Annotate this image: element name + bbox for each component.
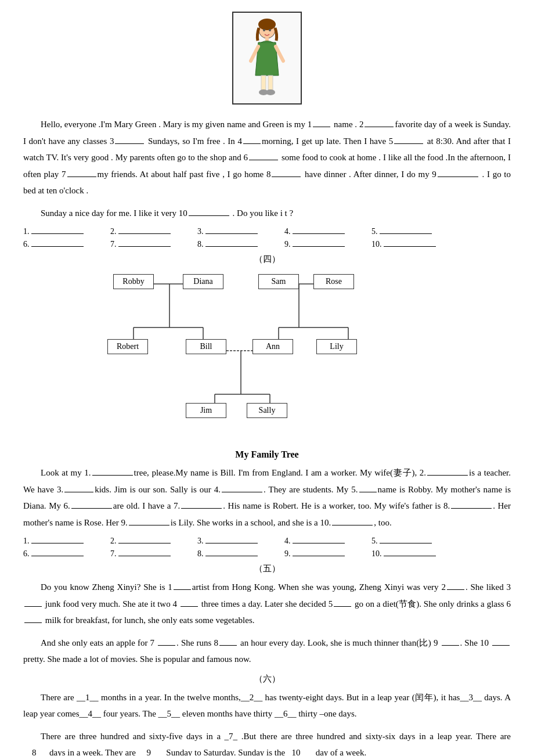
ft-ann: Ann: [252, 339, 293, 354]
blank-4-2: [427, 475, 468, 476]
answer-section3: 1. 2. 3. 4. 5. 6. 7. 8. 9. 10.: [23, 227, 511, 249]
blank-5-4: [181, 606, 198, 607]
blank-5-6: [24, 622, 42, 623]
blank-4-9: [129, 525, 169, 525]
svg-point-3: [269, 29, 271, 31]
ft-sam: Sam: [258, 274, 299, 289]
answer-row2-3: 6. 7. 8. 9. 10.: [23, 240, 511, 249]
girl-illustration: [232, 12, 302, 105]
section4-paragraph: Look at my 1.tree, please.My name is Bil…: [23, 465, 511, 531]
ans3-1: 1.: [23, 227, 104, 236]
blank-3-8: [272, 177, 301, 177]
section5-label: （五）: [23, 563, 511, 574]
blank-5-1: [174, 589, 191, 590]
ans4-1: 1.: [23, 537, 104, 546]
blank-4-3: [64, 492, 93, 492]
blank-3-3: [115, 143, 144, 144]
blank-5-7: [158, 645, 175, 646]
ans4-3: 3.: [197, 537, 279, 546]
blank-4-1: [92, 475, 133, 476]
blank-4-8: [451, 508, 492, 509]
answer-row2-4: 6. 7. 8. 9. 10.: [23, 549, 511, 559]
blank-5-2: [447, 589, 464, 590]
girl-svg: [244, 17, 290, 99]
ans3-8: 8.: [197, 240, 279, 249]
family-tree-title: My Family Tree: [23, 449, 511, 460]
ans3-6: 6.: [23, 240, 104, 249]
blank-5-5: [334, 606, 351, 607]
blank-3-7: [67, 177, 96, 177]
ft-sally: Sally: [247, 403, 287, 418]
blank-4-6: [71, 508, 112, 509]
section3-paragraph2: Sunday a nice day for me. I like it very…: [23, 205, 511, 222]
section4-label: （四）: [23, 254, 511, 265]
blank-5-3: [24, 606, 42, 607]
answer-row1-4: 1. 2. 3. 4. 5.: [23, 537, 511, 546]
section6-paragraph2: There are three hundred and sixty-five d…: [23, 728, 511, 757]
section3-paragraph1: Hello, everyone .I'm Mary Green . Mary i…: [23, 116, 511, 199]
header-image: [23, 12, 511, 105]
ans3-10: 10.: [371, 240, 453, 249]
blank-4-4: [222, 492, 262, 492]
ft-bill: Bill: [186, 339, 226, 354]
section6-paragraph1: There are __1__ months in a year. In the…: [23, 689, 511, 722]
blank-3-5: [394, 143, 423, 144]
blank-3-1: [313, 127, 330, 127]
ans3-5: 5.: [371, 227, 453, 236]
family-tree: Robby Diana Sam Rose Robert Bill Ann Lil…: [87, 269, 447, 444]
blank-3-2: [365, 127, 394, 127]
svg-point-2: [263, 29, 265, 31]
ans4-9: 9.: [284, 549, 366, 559]
answer-section4: 1. 2. 3. 4. 5. 6. 7. 8. 9. 10.: [23, 537, 511, 559]
ans3-2: 2.: [110, 227, 192, 236]
section5-paragraph2: And she only eats an apple for 7 . She r…: [23, 635, 511, 668]
blank-4-10: [332, 525, 373, 525]
svg-point-1: [258, 19, 276, 30]
ans4-2: 2.: [110, 537, 192, 546]
blank-3-4: [243, 143, 261, 144]
blank-4-5: [359, 492, 377, 492]
ft-rose: Rose: [313, 274, 354, 289]
ft-robby: Robby: [113, 274, 154, 289]
blank-3-6: [249, 160, 278, 160]
ans4-6: 6.: [23, 549, 104, 559]
ans4-8: 8.: [197, 549, 279, 559]
ans4-7: 7.: [110, 549, 192, 559]
ft-jim: Jim: [186, 403, 226, 418]
ans3-9: 9.: [284, 240, 366, 249]
ans3-4: 4.: [284, 227, 366, 236]
ans3-7: 7.: [110, 240, 192, 249]
ft-diana: Diana: [183, 274, 223, 289]
blank-3-10: [189, 215, 229, 216]
ans4-4: 4.: [284, 537, 366, 546]
section5-paragraph1: Do you know Zheng Xinyi? She is 1artist …: [23, 579, 511, 629]
answer-row1-3: 1. 2. 3. 4. 5.: [23, 227, 511, 236]
blank-5-10: [492, 645, 510, 646]
svg-rect-7: [261, 75, 266, 92]
ans4-10: 10.: [371, 549, 453, 559]
ans3-3: 3.: [197, 227, 279, 236]
ans4-5: 5.: [371, 537, 453, 546]
blank-4-7: [181, 508, 222, 509]
svg-rect-8: [268, 75, 273, 92]
blank-5-9: [442, 645, 459, 646]
ft-lily: Lily: [316, 339, 357, 354]
svg-point-10: [266, 89, 275, 95]
blank-5-8: [219, 645, 237, 646]
section6-label: （六）: [23, 674, 511, 685]
blank-3-9: [438, 177, 478, 177]
ft-robert: Robert: [107, 339, 148, 354]
